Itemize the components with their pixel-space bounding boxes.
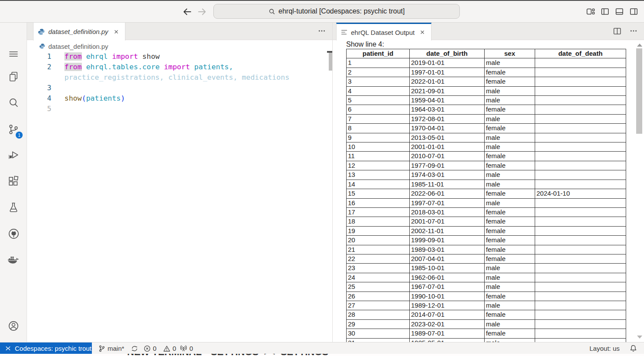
table-cell: male bbox=[485, 198, 535, 207]
activity-bar: 1 ⚙ bbox=[0, 23, 27, 342]
table-cell bbox=[535, 226, 626, 235]
scroll-up-arrow[interactable] bbox=[637, 44, 642, 47]
table-cell: female bbox=[485, 152, 535, 161]
table-cell: male bbox=[485, 180, 535, 189]
sidebar-item-explorer[interactable] bbox=[3, 66, 24, 87]
column-header: date_of_death bbox=[535, 49, 626, 58]
remote-indicator[interactable]: Codespaces: psychic trout bbox=[0, 342, 92, 354]
table-cell: 2002-11-01 bbox=[410, 226, 485, 235]
sync-icon bbox=[131, 345, 138, 352]
table-cell bbox=[535, 105, 626, 114]
problems-status[interactable]: 0 0 bbox=[144, 342, 176, 354]
table-cell bbox=[535, 310, 626, 319]
table-header-row: patient_iddate_of_birthsexdate_of_death bbox=[347, 49, 626, 58]
table-cell: female bbox=[485, 124, 535, 133]
table-cell bbox=[535, 292, 626, 301]
table-cell: 1999-09-01 bbox=[410, 236, 485, 245]
ports-status[interactable]: 0 bbox=[180, 342, 193, 354]
table-cell bbox=[535, 329, 626, 338]
sidebar-item-source-control[interactable]: 1 bbox=[3, 119, 24, 140]
menu-icon bbox=[8, 49, 19, 59]
toggle-panel-button[interactable] bbox=[615, 7, 624, 16]
table-row: 292023-02-01male bbox=[347, 319, 626, 329]
code-line: 5 bbox=[27, 104, 327, 114]
sidebar-item-docker[interactable] bbox=[3, 249, 24, 270]
table-row: 42021-09-01male bbox=[347, 86, 626, 95]
search-icon bbox=[8, 97, 19, 108]
table-row: 282014-07-01female bbox=[347, 310, 626, 319]
notifications-button[interactable] bbox=[630, 342, 637, 354]
tab-dataset-definition[interactable]: dataset_definition.py bbox=[33, 23, 125, 41]
code-editor[interactable]: 1from ehrql import show2from ehrql.table… bbox=[27, 51, 327, 313]
close-tab-button[interactable] bbox=[112, 27, 121, 36]
breadcrumb-item[interactable]: dataset_definition.py bbox=[48, 43, 108, 50]
run-and-debug-icon bbox=[8, 149, 19, 161]
table-row: 192002-11-01female bbox=[347, 226, 626, 235]
table-cell: 3 bbox=[347, 77, 410, 86]
editor-more-actions-button[interactable] bbox=[316, 25, 327, 37]
table-row: 81970-04-01female bbox=[347, 124, 626, 133]
branch-status[interactable]: main* bbox=[98, 342, 138, 354]
sidebar-item-github[interactable] bbox=[3, 223, 24, 244]
table-cell: 13 bbox=[347, 170, 410, 180]
split-editor-button[interactable] bbox=[611, 25, 623, 37]
table-cell bbox=[535, 319, 626, 329]
table-cell: female bbox=[485, 292, 535, 301]
table-cell: 2023-02-01 bbox=[410, 319, 485, 329]
forward-arrow-icon bbox=[197, 7, 207, 17]
ellipsis-icon bbox=[630, 27, 637, 35]
table-cell: female bbox=[485, 236, 535, 245]
code-text: practice_registrations, clinical_events,… bbox=[51, 72, 290, 83]
status-bar: Codespaces: psychic trout main* 0 0 0 La… bbox=[0, 342, 644, 354]
table-cell: 2001-01-01 bbox=[410, 142, 485, 152]
table-cell: 1 bbox=[347, 58, 410, 68]
sidebar-item-extensions[interactable] bbox=[3, 171, 24, 192]
toggle-primary-sidebar-button[interactable] bbox=[600, 7, 609, 16]
table-cell bbox=[535, 236, 626, 245]
table-cell bbox=[535, 68, 626, 77]
webview-icon bbox=[341, 30, 347, 35]
tab-ehrql-dataset-output[interactable]: ehrQL Dataset Output bbox=[336, 23, 432, 41]
table-cell: 26 bbox=[347, 292, 410, 301]
radio-tower-icon bbox=[180, 345, 187, 352]
vscode-window: ehrql-tutorial [Codespaces: psychic trou… bbox=[0, 0, 644, 356]
breadcrumb[interactable]: dataset_definition.py bbox=[27, 41, 108, 52]
table-cell: 16 bbox=[347, 198, 410, 207]
panel-more-actions-button[interactable] bbox=[628, 25, 639, 37]
table-cell: male bbox=[485, 142, 535, 152]
table-cell: 14 bbox=[347, 180, 410, 189]
sidebar-item-testing[interactable] bbox=[3, 197, 24, 218]
dataset-table: patient_iddate_of_birthsexdate_of_death1… bbox=[346, 49, 626, 342]
toggle-secondary-sidebar-button[interactable] bbox=[629, 7, 638, 16]
command-center-search[interactable]: ehrql-tutorial [Codespaces: psychic trou… bbox=[213, 4, 460, 19]
table-cell: 12 bbox=[347, 161, 410, 170]
table-cell: 1964-03-01 bbox=[410, 105, 485, 114]
keyboard-layout-status[interactable]: Layout: us bbox=[590, 342, 620, 354]
table-cell: female bbox=[485, 245, 535, 254]
forward-arrow-button[interactable] bbox=[197, 7, 207, 17]
accounts-button[interactable] bbox=[3, 315, 24, 336]
table-cell: female bbox=[485, 329, 535, 338]
sidebar-item-search[interactable] bbox=[3, 92, 24, 113]
line-number: 4 bbox=[27, 93, 51, 104]
close-tab-button[interactable] bbox=[418, 28, 427, 37]
table-cell: 1990-10-01 bbox=[410, 292, 485, 301]
table-cell bbox=[535, 282, 626, 292]
table-cell: 23 bbox=[347, 264, 410, 273]
panel-scrollbar[interactable] bbox=[636, 48, 642, 134]
table-cell: 28 bbox=[347, 310, 410, 319]
back-arrow-button[interactable] bbox=[182, 7, 192, 17]
menu-button[interactable] bbox=[3, 44, 24, 64]
table-cell: male bbox=[485, 96, 535, 105]
table-cell: female bbox=[485, 161, 535, 170]
sidebar-item-run-debug[interactable] bbox=[3, 145, 24, 166]
table-row: 61964-03-01female bbox=[347, 105, 626, 114]
table-row: 172018-03-01female bbox=[347, 207, 626, 217]
customize-layout-icon bbox=[587, 7, 595, 16]
line-number bbox=[27, 72, 51, 83]
customize-layout-button[interactable] bbox=[586, 7, 595, 16]
scroll-down-arrow[interactable] bbox=[637, 336, 642, 339]
table-cell: 2024-01-10 bbox=[535, 189, 626, 198]
table-cell: 24 bbox=[347, 273, 410, 282]
table-cell bbox=[535, 86, 626, 95]
